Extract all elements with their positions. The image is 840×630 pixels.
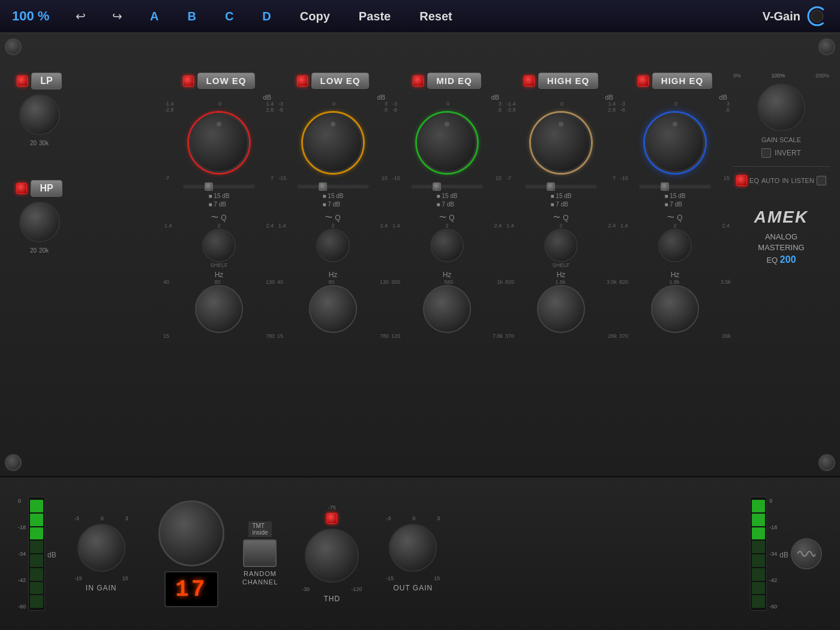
preset-c-button[interactable]: C xyxy=(219,7,239,26)
hp-freq-knob[interactable] xyxy=(19,202,60,242)
reset-button[interactable]: Reset xyxy=(413,7,458,26)
band4-tilde: 〜 xyxy=(553,212,560,223)
band2-q-label: Q xyxy=(335,214,340,222)
band4-slider-thumb[interactable] xyxy=(547,182,555,191)
band2-gain-knob-wrap xyxy=(303,113,363,173)
band5-db-label: dB xyxy=(719,94,727,101)
lp-led[interactable] xyxy=(17,76,28,86)
main-eq-panel: LP 20 30k HP 20 20k LOW EQ dB -1.401.4 xyxy=(0,34,840,478)
band5-slider-thumb[interactable] xyxy=(661,182,669,191)
vgain-section: V-Gain xyxy=(763,5,828,27)
band2-header: LOW EQ xyxy=(297,73,370,89)
channel-knob[interactable] xyxy=(158,500,224,566)
left-db-label: dB xyxy=(47,551,56,559)
band1-led[interactable] xyxy=(183,76,194,86)
vgain-knob[interactable] xyxy=(806,5,828,27)
band5-shelf-label xyxy=(674,262,676,268)
band5-db-options: ■ 15 dB■ 7 dB xyxy=(665,192,686,209)
auto-label: AUTO xyxy=(761,177,779,184)
undo-button[interactable]: ↩ xyxy=(71,7,91,26)
lp-freq-knob[interactable] xyxy=(19,94,60,135)
paste-button[interactable]: Paste xyxy=(353,7,397,26)
band3-gain-knob[interactable] xyxy=(417,113,477,173)
pct-0-label: 0% xyxy=(733,73,741,79)
band5-led[interactable] xyxy=(638,76,649,86)
band1-header: LOW EQ xyxy=(183,73,256,89)
eq-bands-container: LOW EQ dB -1.401.4 -2.82.8 -77 ■ 15 dB■ … xyxy=(0,34,840,476)
out-gain-label: OUT GAIN xyxy=(393,584,433,592)
thd-led[interactable] xyxy=(326,513,337,524)
hp-led[interactable] xyxy=(16,183,27,194)
band2-led[interactable] xyxy=(297,76,308,86)
band1-freq-knob[interactable] xyxy=(195,285,243,333)
band2-label[interactable]: LOW EQ xyxy=(311,73,370,89)
listen-checkbox[interactable] xyxy=(817,176,826,185)
preset-d-button[interactable]: D xyxy=(256,7,277,26)
band4-db-options: ■ 15 dB■ 7 dB xyxy=(551,192,572,209)
screw-br xyxy=(818,454,835,471)
random-channel-label: RANDOMCHANNEL xyxy=(242,569,278,587)
tmt-label: TMT inside xyxy=(248,521,271,537)
in-gain-label: IN GAIN xyxy=(86,584,117,592)
preset-a-button[interactable]: A xyxy=(144,7,164,26)
lp-row: LP xyxy=(17,73,61,89)
band4-freq-knob[interactable] xyxy=(537,285,585,333)
pct-100-label: 100% xyxy=(771,73,785,79)
band3-q-label: Q xyxy=(449,214,454,222)
eq-band-1: LOW EQ dB -1.401.4 -2.82.8 -77 ■ 15 dB■ … xyxy=(162,73,276,476)
hp-freq-high: 20k xyxy=(39,247,49,254)
screw-tl xyxy=(5,38,22,55)
band3-q-knob[interactable] xyxy=(430,229,464,262)
band2-gain-knob[interactable] xyxy=(303,113,363,173)
band3-tilde: 〜 xyxy=(439,212,446,223)
band4-gain-knob[interactable] xyxy=(531,113,591,173)
band2-slider-thumb[interactable] xyxy=(319,182,327,191)
band5-label[interactable]: HIGH EQ xyxy=(652,73,712,89)
band5-tilde: 〜 xyxy=(667,212,674,223)
band2-db-options: ■ 15 dB■ 7 dB xyxy=(323,192,344,209)
band3-label[interactable]: MID EQ xyxy=(427,73,481,89)
thd-label: THD xyxy=(323,595,340,603)
svg-point-1 xyxy=(811,10,823,22)
band1-slider-thumb[interactable] xyxy=(205,182,213,191)
right-vu-labels: 0 -18 -34 -42 -60 xyxy=(769,497,777,611)
invert-label: INVERT xyxy=(775,149,801,157)
divider xyxy=(733,166,829,167)
band1-gain-knob[interactable] xyxy=(189,113,249,173)
band3-slider-thumb[interactable] xyxy=(433,182,441,191)
band3-freq-knob[interactable] xyxy=(423,285,471,333)
preset-b-button[interactable]: B xyxy=(181,7,202,26)
top-bar: 100 % ↩ ↪ A B C D Copy Paste Reset V-Gai… xyxy=(0,0,840,34)
band2-range-slider xyxy=(297,185,369,188)
redo-button[interactable]: ↪ xyxy=(107,7,127,26)
band5-gain-knob[interactable] xyxy=(645,113,705,173)
filter-panel: LP 20 30k HP 20 20k xyxy=(11,73,68,254)
band1-label[interactable]: LOW EQ xyxy=(197,73,256,89)
band4-label[interactable]: HIGH EQ xyxy=(538,73,598,89)
right-vu-segments xyxy=(752,500,765,608)
tmt-button[interactable] xyxy=(243,539,277,567)
band1-db-options: ■ 15 dB■ 7 dB xyxy=(209,192,230,209)
in-gain-knob[interactable] xyxy=(77,524,125,572)
eq-band-2: LOW EQ dB -303 -6.6 -1515 ■ 15 dB■ 7 dB xyxy=(276,73,390,476)
out-gain-knob[interactable] xyxy=(389,524,437,572)
band3-led[interactable] xyxy=(413,76,424,86)
thd-knob[interactable] xyxy=(305,529,359,583)
band5-freq-knob[interactable] xyxy=(651,285,699,333)
eq-in-led[interactable] xyxy=(736,175,747,186)
band2-freq-knob[interactable] xyxy=(309,285,357,333)
waveform-icon[interactable] xyxy=(791,538,822,569)
hp-button[interactable]: HP xyxy=(31,180,62,197)
gain-scale-knob[interactable] xyxy=(757,83,805,131)
lp-button[interactable]: LP xyxy=(31,73,61,89)
band4-led[interactable] xyxy=(524,76,535,86)
band4-q-knob[interactable] xyxy=(544,229,578,262)
copy-button[interactable]: Copy xyxy=(294,7,336,26)
invert-checkbox[interactable] xyxy=(761,148,771,158)
band2-q-knob[interactable] xyxy=(316,229,350,262)
band5-q-knob[interactable] xyxy=(658,229,692,262)
band1-q-knob[interactable] xyxy=(202,229,236,262)
screw-bl xyxy=(5,454,22,471)
band2-db-label: dB xyxy=(377,94,385,101)
amek-subtitle: ANALOG MASTERING EQ 200 xyxy=(758,232,804,267)
